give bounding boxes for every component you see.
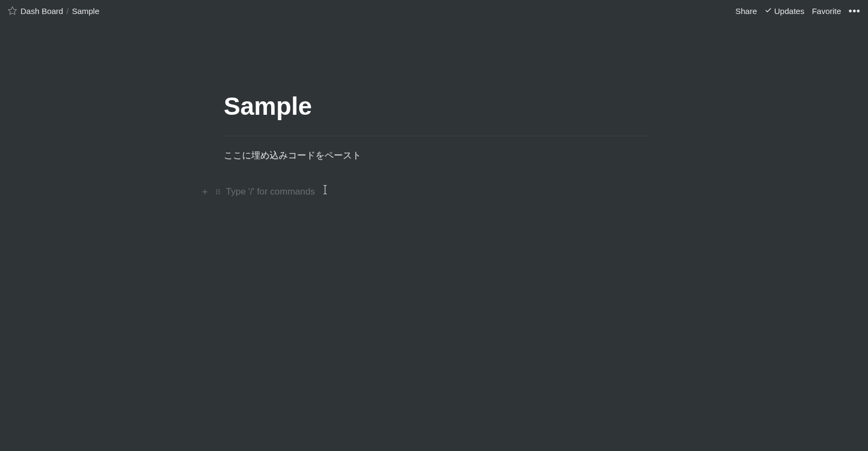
svg-point-5 xyxy=(216,191,217,192)
body-text-block[interactable]: ここに埋め込みコードをペースト xyxy=(224,149,650,162)
breadcrumb-separator: / xyxy=(66,6,68,16)
favorite-button[interactable]: Favorite xyxy=(812,6,841,16)
svg-point-3 xyxy=(216,189,217,190)
svg-point-4 xyxy=(218,189,219,190)
breadcrumb: Dash Board / Sample xyxy=(20,6,99,16)
breadcrumb-item-current[interactable]: Sample xyxy=(72,6,99,16)
page-title[interactable]: Sample xyxy=(224,92,650,121)
svg-marker-0 xyxy=(9,7,17,15)
breadcrumb-item-root[interactable]: Dash Board xyxy=(20,6,63,16)
topbar-left: Dash Board / Sample xyxy=(8,6,99,16)
svg-point-6 xyxy=(218,191,219,192)
svg-point-8 xyxy=(218,193,219,194)
updates-button[interactable]: Updates xyxy=(764,6,804,16)
more-icon[interactable]: ••• xyxy=(849,5,860,17)
check-icon xyxy=(764,6,772,16)
block-input[interactable] xyxy=(226,186,650,197)
page-content: Sample ここに埋め込みコードをペースト xyxy=(218,22,650,197)
updates-label: Updates xyxy=(774,6,804,16)
plus-icon[interactable] xyxy=(200,187,210,197)
topbar-right: Share Updates Favorite ••• xyxy=(735,5,860,17)
topbar: Dash Board / Sample Share Updates Favori… xyxy=(0,0,868,22)
drag-handle-icon[interactable] xyxy=(213,187,223,197)
svg-point-7 xyxy=(216,193,217,194)
star-icon[interactable] xyxy=(8,6,17,16)
share-button[interactable]: Share xyxy=(735,6,757,16)
block-input-wrapper xyxy=(226,186,650,197)
divider xyxy=(224,136,650,136)
empty-block-row xyxy=(200,186,650,197)
